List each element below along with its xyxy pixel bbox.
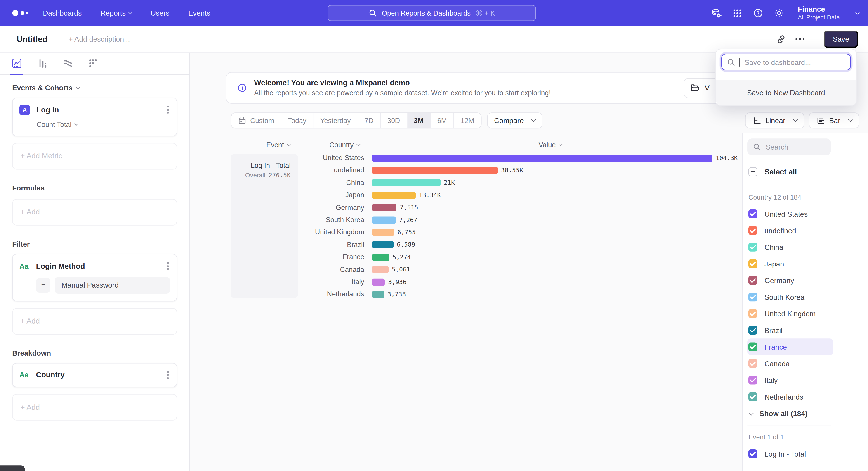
nav-item-reports[interactable]: Reports — [101, 9, 132, 17]
bar-italy[interactable] — [372, 278, 385, 286]
help-icon[interactable] — [753, 8, 764, 18]
date-range-12m[interactable]: 12M — [454, 113, 481, 128]
add-metric-button[interactable]: + Add Metric — [12, 143, 177, 170]
series-checkbox-germany[interactable] — [748, 276, 757, 285]
project-switcher[interactable]: Finance All Project Data — [798, 5, 840, 21]
column-header-country[interactable]: Country — [329, 141, 360, 149]
metric-card[interactable]: A Log In Count Total — [12, 97, 177, 136]
series-checkbox-united-kingdom[interactable] — [748, 309, 757, 318]
series-item-france[interactable]: France — [747, 338, 833, 355]
select-all-checkbox[interactable] — [748, 168, 757, 176]
bar-germany[interactable] — [372, 204, 397, 211]
column-header-event[interactable]: Event — [266, 141, 290, 149]
flows-tab[interactable] — [60, 52, 75, 75]
series-item-germany[interactable]: Germany — [747, 272, 831, 289]
apps-grid-icon[interactable] — [733, 8, 742, 18]
horizontal-scrollbar-thumb[interactable] — [0, 465, 25, 471]
series-item-japan[interactable]: Japan — [747, 256, 831, 272]
series-checkbox-china[interactable] — [748, 243, 757, 252]
add-formula-button[interactable]: + Add — [12, 199, 177, 226]
save-dashboard-search-input[interactable]: Save to dashboard... — [721, 54, 851, 70]
compare-button[interactable]: Compare — [487, 112, 542, 128]
series-checkbox-france[interactable] — [748, 342, 757, 351]
series-checkbox-italy[interactable] — [748, 376, 757, 384]
settings-gear-icon[interactable] — [774, 8, 784, 18]
metric-aggregation-selector[interactable]: Count Total — [37, 121, 170, 128]
date-range-yesterday[interactable]: Yesterday — [313, 113, 358, 128]
bar-japan[interactable] — [372, 192, 416, 199]
select-all-row[interactable]: Select all — [747, 168, 831, 176]
bar-category-label: Japan — [231, 191, 372, 199]
series-search-input[interactable]: Search — [747, 139, 831, 155]
add-breakdown-button[interactable]: + Add — [12, 394, 177, 421]
breakdown-menu-icon[interactable] — [166, 369, 170, 381]
bar-netherlands[interactable] — [372, 291, 384, 298]
filter-value-selector[interactable]: Manual Password — [55, 277, 170, 293]
copy-link-icon[interactable] — [776, 34, 786, 44]
series-item-united-states[interactable]: United States — [747, 206, 831, 222]
series-item-netherlands[interactable]: Netherlands — [747, 388, 831, 405]
date-range-custom[interactable]: Custom — [231, 113, 281, 128]
column-header-value[interactable]: Value — [539, 141, 562, 149]
nav-item-events[interactable]: Events — [188, 9, 210, 17]
chart-type-button[interactable]: Bar — [809, 112, 859, 128]
series-item-china[interactable]: China — [747, 239, 831, 256]
filter-operator-selector[interactable]: = — [36, 278, 51, 292]
series-item-canada[interactable]: Canada — [747, 355, 831, 372]
bar-brazil[interactable] — [372, 241, 394, 248]
series-checkbox-brazil[interactable] — [748, 326, 757, 334]
filter-card[interactable]: Aa Login Method = Manual Password — [12, 254, 177, 301]
funnels-tab[interactable] — [35, 52, 49, 75]
bar-united-states[interactable] — [372, 154, 712, 161]
series-item-south-korea[interactable]: South Korea — [747, 289, 831, 305]
report-title[interactable]: Untitled — [17, 34, 48, 44]
series-label: Italy — [765, 376, 778, 384]
series-checkbox-united-states[interactable] — [748, 209, 757, 218]
filter-menu-icon[interactable] — [166, 260, 170, 272]
insights-tab[interactable] — [9, 52, 24, 75]
save-dashboard-placeholder: Save to dashboard... — [745, 58, 811, 66]
global-search-button[interactable]: Open Reports & Dashboards ⌘ + K — [328, 5, 536, 21]
retention-tab[interactable] — [86, 52, 100, 75]
series-item-italy[interactable]: Italy — [747, 372, 831, 388]
events-cohorts-header[interactable]: Events & Cohorts — [12, 84, 177, 92]
event-checkbox[interactable] — [748, 449, 757, 458]
bar-canada[interactable] — [372, 266, 389, 273]
series-item-undefined[interactable]: undefined — [747, 222, 831, 239]
add-description-button[interactable]: + Add description... — [68, 35, 130, 43]
bar-france[interactable] — [372, 254, 389, 261]
series-checkbox-netherlands[interactable] — [748, 392, 757, 401]
data-management-icon[interactable] — [711, 7, 722, 19]
mixpanel-logo-icon[interactable] — [12, 10, 28, 16]
date-range-3m[interactable]: 3M — [407, 113, 431, 128]
breakdown-card[interactable]: Aa Country — [12, 363, 177, 387]
date-range-6m[interactable]: 6M — [431, 113, 454, 128]
date-range-30d[interactable]: 30D — [381, 113, 407, 128]
series-checkbox-south-korea[interactable] — [748, 293, 757, 301]
series-item-brazil[interactable]: Brazil — [747, 322, 831, 338]
nav-item-users[interactable]: Users — [151, 9, 169, 17]
save-to-new-dashboard-button[interactable]: Save to New Dashboard — [716, 80, 857, 106]
date-range-7d[interactable]: 7D — [358, 113, 380, 128]
bar-china[interactable] — [372, 179, 440, 186]
metric-event-name[interactable]: Log In — [37, 106, 59, 114]
add-filter-button[interactable]: + Add — [12, 308, 177, 334]
series-checkbox-canada[interactable] — [748, 359, 757, 368]
metric-menu-icon[interactable] — [166, 104, 170, 116]
series-checkbox-undefined[interactable] — [748, 226, 757, 235]
breakdown-property-name[interactable]: Country — [36, 371, 65, 379]
show-all-button[interactable]: Show all (184) — [747, 409, 831, 418]
bar-united-kingdom[interactable] — [372, 229, 394, 236]
chevron-down-icon — [848, 117, 852, 122]
scale-selector-button[interactable]: Linear — [745, 112, 804, 128]
filter-property-name[interactable]: Login Method — [36, 262, 85, 270]
bar-south-korea[interactable] — [372, 216, 396, 224]
bar-undefined[interactable] — [372, 167, 498, 174]
save-button[interactable]: Save — [824, 31, 858, 48]
series-item-united-kingdom[interactable]: United Kingdom — [747, 305, 831, 322]
more-options-icon[interactable] — [796, 38, 804, 40]
date-range-today[interactable]: Today — [281, 113, 313, 128]
series-checkbox-japan[interactable] — [748, 259, 757, 268]
nav-item-dashboards[interactable]: Dashboards — [43, 9, 82, 17]
event-item-log-in-total[interactable]: Log In - Total — [747, 445, 831, 462]
